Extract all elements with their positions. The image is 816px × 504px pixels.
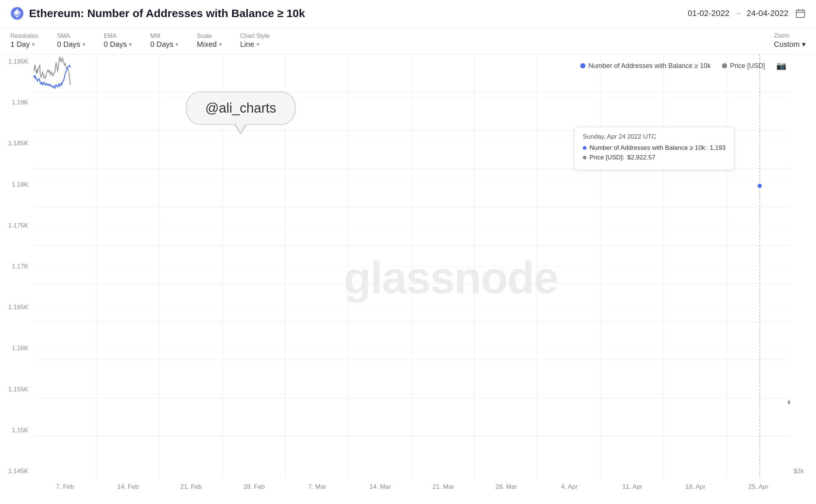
y-axis-left: 1.195K1.19K1.185K1.18K1.175K1.17K1.165K1…	[0, 54, 33, 479]
y-axis-label-left: 1.18K	[0, 181, 33, 188]
scale-chevron: ▾	[219, 41, 222, 47]
legend: Number of Addresses with Balance ≥ 10k P…	[580, 61, 786, 71]
x-axis-label: 25. Apr	[727, 483, 790, 491]
header: Ethereum: Number of Addresses with Balan…	[0, 0, 816, 27]
mm-value: 0 Days ▾	[150, 40, 178, 49]
y-axis-label-right: $2k	[790, 468, 816, 475]
x-axis-label: 14. Feb	[97, 483, 160, 491]
x-axis: 7. Feb14. Feb21. Feb28. Feb7. Mar14. Mar…	[33, 479, 790, 501]
legend-label-price: Price [USD]	[730, 62, 765, 70]
zoom-chevron: ▾	[802, 40, 806, 49]
legend-dot-gray	[722, 63, 727, 68]
sma-chevron: ▾	[83, 41, 85, 47]
toolbar: Resolution 1 Day ▾ SMA 0 Days ▾ EMA 0 Da…	[0, 27, 816, 54]
header-right: 01-02-2022 → 24-04-2022	[688, 8, 806, 19]
y-axis-label-left: 1.145K	[0, 468, 33, 475]
sma-selector[interactable]: SMA 0 Days ▾	[57, 33, 85, 49]
gray-endpoint-dot	[787, 400, 790, 405]
y-axis-label-left: 1.165K	[0, 304, 33, 311]
tooltip-row-price: Price [USD]: $2,922.57	[583, 154, 726, 161]
ethereum-icon	[10, 7, 24, 20]
camera-icon[interactable]: 📷	[776, 61, 786, 71]
ema-chevron: ▾	[129, 41, 132, 47]
tooltip-date: Sunday, Apr 24 2022 UTC	[583, 133, 726, 140]
mm-chevron: ▾	[176, 41, 178, 47]
tooltip-addresses-label: Number of Addresses with Balance ≥ 10k:	[589, 144, 707, 152]
zoom-value: Custom ▾	[774, 40, 806, 49]
ema-value: 0 Days ▾	[104, 40, 132, 49]
y-axis-label-left: 1.16K	[0, 345, 33, 352]
tooltip-addresses-value: 1,193	[710, 144, 726, 152]
x-axis-label: 28. Feb	[223, 483, 286, 491]
x-axis-label: 11. Apr	[601, 483, 664, 491]
x-axis-label: 7. Mar	[286, 483, 349, 491]
resolution-selector[interactable]: Resolution 1 Day ▾	[10, 33, 39, 49]
date-start[interactable]: 01-02-2022	[688, 9, 730, 18]
scale-value: Mixed ▾	[197, 40, 221, 49]
chart-title: Ethereum: Number of Addresses with Balan…	[29, 7, 305, 20]
x-axis-label: 4. Apr	[538, 483, 601, 491]
x-axis-label: 28. Mar	[475, 483, 538, 491]
tooltip-box: Sunday, Apr 24 2022 UTC Number of Addres…	[574, 127, 734, 170]
date-range: 01-02-2022 → 24-04-2022	[688, 9, 788, 18]
legend-label-addresses: Number of Addresses with Balance ≥ 10k	[588, 62, 711, 70]
chart-area: Number of Addresses with Balance ≥ 10k P…	[0, 54, 816, 501]
scale-label: Scale	[197, 33, 221, 39]
x-axis-label: 14. Mar	[349, 483, 412, 491]
header-left: Ethereum: Number of Addresses with Balan…	[10, 7, 305, 20]
tooltip-dot-gray	[583, 156, 587, 159]
scale-selector[interactable]: Scale Mixed ▾	[197, 33, 221, 49]
x-axis-label: 18. Apr	[664, 483, 727, 491]
sma-value: 0 Days ▾	[57, 40, 85, 49]
callout-bubble: @ali_charts	[186, 91, 296, 125]
ema-selector[interactable]: EMA 0 Days ▾	[104, 33, 132, 49]
legend-item-addresses: Number of Addresses with Balance ≥ 10k	[580, 62, 711, 70]
y-axis-label-left: 1.175K	[0, 222, 33, 229]
legend-dot-blue	[580, 63, 585, 68]
tooltip-price-value: $2,922.57	[627, 154, 655, 161]
svg-rect-5	[796, 10, 804, 17]
y-axis-label-left: 1.185K	[0, 140, 33, 147]
sma-label: SMA	[57, 33, 85, 39]
chart-style-selector[interactable]: Chart Style Line ▾	[240, 33, 270, 49]
mm-selector[interactable]: MM 0 Days ▾	[150, 33, 178, 49]
calendar-icon[interactable]	[795, 8, 806, 19]
legend-item-price: Price [USD]	[722, 62, 765, 70]
y-axis-label-left: 1.17K	[0, 263, 33, 270]
chart-style-chevron: ▾	[257, 41, 259, 47]
x-axis-label: 7. Feb	[33, 483, 97, 491]
mm-label: MM	[150, 33, 178, 39]
y-axis-label-left: 1.15K	[0, 427, 33, 434]
resolution-label: Resolution	[10, 33, 39, 39]
y-axis-label-left: 1.195K	[0, 58, 33, 65]
date-arrow: →	[734, 9, 742, 18]
resolution-value: 1 Day ▾	[10, 40, 39, 49]
chart-svg	[33, 54, 790, 479]
tooltip-row-addresses: Number of Addresses with Balance ≥ 10k: …	[583, 144, 726, 152]
ema-label: EMA	[104, 33, 132, 39]
chart-style-label: Chart Style	[240, 33, 270, 39]
x-axis-label: 21. Mar	[412, 483, 475, 491]
resolution-chevron: ▾	[32, 41, 35, 47]
chart-style-value: Line ▾	[240, 40, 270, 49]
y-axis-label-left: 1.19K	[0, 99, 33, 106]
y-axis-right: $2k	[790, 54, 816, 479]
tooltip-dot-blue	[583, 146, 587, 150]
date-end[interactable]: 24-04-2022	[746, 9, 788, 18]
tooltip-price-label: Price [USD]:	[589, 154, 624, 161]
zoom-selector[interactable]: Zoom Custom ▾	[774, 32, 806, 49]
blue-endpoint-dot	[757, 183, 762, 188]
y-axis-label-left: 1.155K	[0, 386, 33, 393]
x-axis-label: 21. Feb	[160, 483, 223, 491]
zoom-label: Zoom	[774, 32, 806, 39]
